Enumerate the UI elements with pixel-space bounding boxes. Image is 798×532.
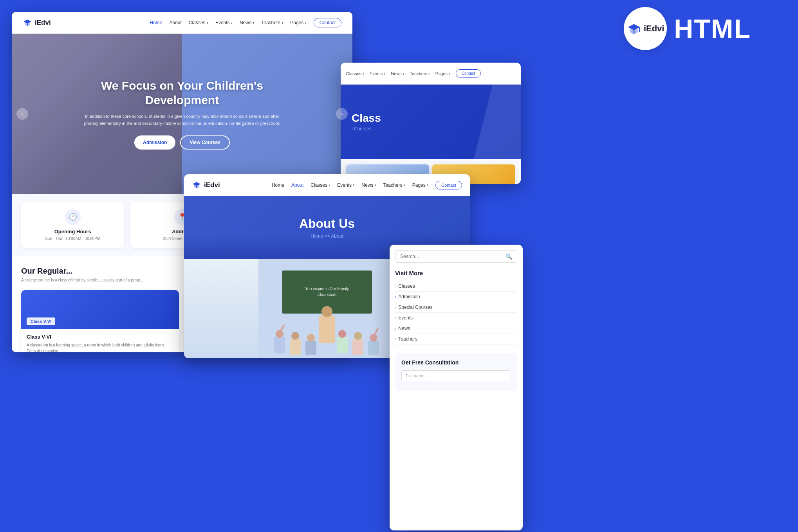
course-card-1-body: Class V-VI A classroom is a learning spa… (21, 329, 179, 352)
info-card-hours: 🕐 Opening Hours Sun - Thu : 10:00AM - 06… (21, 202, 124, 248)
nav-link-teachers[interactable]: Teachers › (261, 20, 283, 25)
brand-badge: iEdvi HTML (624, 7, 751, 50)
sidebar-search-box[interactable]: 🔍 (395, 250, 517, 263)
arrow-icon-classes: › (395, 284, 396, 289)
view-courses-button[interactable]: View Courses (180, 135, 229, 150)
consultation-box: Get Free Consultation (395, 353, 517, 391)
about-navbar: iEdvi Home About Classes › Events › News… (184, 174, 470, 196)
svg-rect-5 (319, 316, 335, 343)
about-nav-links: Home About Classes › Events › News › Tea… (272, 181, 462, 189)
about-nav-news[interactable]: News › (361, 182, 376, 188)
about-hero-title: About Us (299, 216, 355, 231)
classes-nav-contact[interactable]: Contact (456, 69, 481, 78)
about-nav-classes[interactable]: Classes › (311, 182, 330, 188)
nav-contact-button[interactable]: Contact (314, 18, 341, 27)
sidebar-link-news[interactable]: › News (395, 323, 517, 334)
about-nav-about[interactable]: About (291, 182, 303, 188)
svg-point-12 (307, 334, 315, 342)
classes-hero-content: Class l Courses (352, 112, 381, 132)
classes-nav-events[interactable]: Events › (370, 71, 385, 76)
courses-section-subtitle: A college course is a class offered by a… (21, 278, 178, 282)
classes-hero-subtitle: l Courses (352, 126, 381, 132)
sidebar-link-admission[interactable]: › Admission (395, 292, 517, 302)
classes-nav-news[interactable]: News › (391, 71, 404, 76)
nav-link-news[interactable]: News › (240, 20, 254, 25)
about-nav-teachers[interactable]: Teachers › (383, 182, 405, 188)
hero-title: We Focus on Your Children's Development (80, 78, 284, 108)
about-nav-contact[interactable]: Contact (435, 181, 462, 189)
hero-buttons: Admission View Courses (80, 135, 284, 150)
sidebar-link-classes[interactable]: › Classes (395, 281, 517, 292)
svg-text:You inspire in Our Family: You inspire in Our Family (305, 287, 348, 291)
breadcrumb-home: Home (311, 233, 323, 239)
classes-nav-classes[interactable]: Classes › (346, 71, 364, 76)
sidebar-link-special-courses-text: Special Courses (398, 305, 432, 310)
course-card-1-image: Class V-VI (21, 290, 179, 329)
arrow-icon-admission: › (395, 295, 396, 299)
brand-name-text: iEdvi (644, 23, 664, 34)
nav-link-pages[interactable]: Pages › (290, 20, 306, 25)
about-breadcrumb: Home >> About (299, 233, 355, 239)
admission-button[interactable]: Admission (134, 135, 175, 150)
fullname-input[interactable] (401, 370, 511, 381)
sidebar-link-admission-text: Admission (398, 294, 420, 299)
home-navbar: iEdvi Home About Classes › Events › News… (12, 12, 352, 34)
classes-nav-pages[interactable]: Pages › (435, 71, 450, 76)
svg-point-8 (276, 330, 283, 338)
brand-logo: iEdvi (626, 21, 664, 36)
sidebar-link-classes-text: Classes (398, 283, 415, 289)
svg-rect-15 (352, 339, 363, 355)
classes-hero: Class l Courses (341, 85, 521, 159)
consultation-title: Get Free Consultation (401, 359, 511, 366)
about-nav-events[interactable]: Events › (337, 182, 354, 188)
info-hours-text: Sun - Thu : 10:00AM - 06:00PM (27, 236, 118, 241)
svg-point-0 (639, 30, 640, 32)
sidebar-link-teachers-text: Teachers (398, 336, 417, 342)
sidebar-screen: 🔍 Visit More › Classes › Admission › Spe… (390, 245, 523, 530)
clock-icon: 🕐 (65, 209, 81, 225)
svg-text:Class Goals: Class Goals (318, 293, 337, 297)
brand-html-label: HTML (674, 13, 751, 44)
about-nav-pages[interactable]: Pages › (412, 182, 428, 188)
visit-more-title: Visit More (395, 270, 517, 276)
classes-screen: Classes › Events › News › Teachers › Pag… (341, 63, 521, 184)
hero-content: We Focus on Your Children's Development … (72, 70, 292, 157)
search-icon: 🔍 (506, 253, 512, 260)
sidebar-link-teachers[interactable]: › Teachers (395, 334, 517, 344)
sidebar-link-special-courses[interactable]: › Special Courses (395, 302, 517, 313)
about-nav-brand: iEdvi (192, 180, 220, 190)
nav-link-events[interactable]: Events › (215, 20, 233, 25)
hero-prev-button[interactable]: ‹ (16, 108, 28, 120)
home-hero: ‹ We Focus on Your Children's Developmen… (12, 34, 352, 194)
svg-point-6 (321, 306, 332, 317)
svg-rect-17 (368, 341, 379, 355)
nav-link-about[interactable]: About (170, 20, 182, 25)
classes-nav-teachers[interactable]: Teachers › (410, 71, 430, 76)
svg-point-14 (338, 330, 346, 338)
svg-rect-7 (274, 337, 285, 353)
svg-rect-13 (337, 337, 348, 353)
hero-subtitle: In addition to these core schools, stude… (80, 113, 284, 127)
arrow-icon-special-courses: › (395, 305, 396, 310)
about-hero-content: About Us Home >> About (299, 216, 355, 239)
search-input[interactable] (400, 254, 503, 259)
home-nav-links: Home About Classes › Events › News › Tea… (150, 18, 342, 27)
nav-link-home[interactable]: Home (150, 20, 162, 25)
course-card-1-name: Class V-VI (27, 334, 173, 340)
svg-point-16 (354, 332, 362, 340)
classes-navbar: Classes › Events › News › Teachers › Pag… (341, 63, 521, 85)
home-nav-brand: iEdvi (23, 18, 51, 27)
nav-link-classes[interactable]: Classes › (189, 20, 208, 25)
sidebar-link-events[interactable]: › Events (395, 313, 517, 323)
hero-next-button[interactable]: › (336, 108, 348, 120)
sidebar-links-list: › Classes › Admission › Special Courses … (395, 281, 517, 344)
sidebar-content: 🔍 Visit More › Classes › Admission › Spe… (390, 245, 523, 530)
sidebar-link-events-text: Events (398, 315, 413, 321)
svg-rect-9 (290, 339, 301, 355)
arrow-icon-teachers: › (395, 337, 396, 341)
about-nav-home[interactable]: Home (272, 182, 284, 188)
info-hours-title: Opening Hours (27, 229, 118, 234)
home-nav-brand-name: iEdvi (35, 19, 51, 27)
classes-hero-title: Class (352, 112, 381, 124)
svg-point-10 (291, 332, 299, 340)
